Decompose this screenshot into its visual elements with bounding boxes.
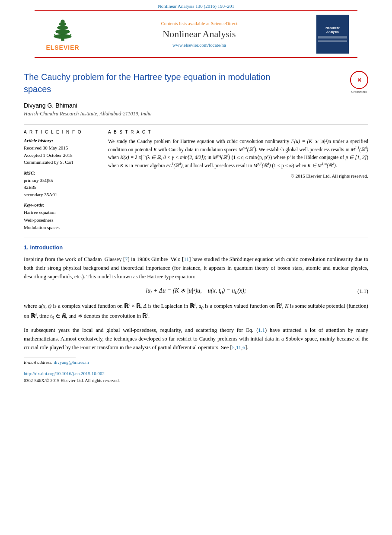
- cover-title-text: NonlinearAnalysis: [325, 26, 339, 34]
- msc-secondary2: secondary 35A01: [24, 191, 99, 198]
- equation-1-1-content: iut + Δu = (K ∗ |u|²)u, u(x, t0) = u0(x)…: [24, 287, 368, 296]
- equation-1-1-block: iut + Δu = (K ∗ |u|²)u, u(x, t0) = u0(x)…: [24, 287, 368, 296]
- ref-7[interactable]: 7: [125, 256, 127, 262]
- keyword-2: Well-posedness: [24, 217, 99, 224]
- sciencedirect-link[interactable]: ScienceDirect: [211, 21, 238, 26]
- abstract-copyright: © 2015 Elsevier Ltd. All rights reserved…: [108, 173, 368, 178]
- article-info-heading: A R T I C L E I N F O: [24, 130, 99, 134]
- contents-label: Contents lists available at: [161, 21, 210, 26]
- communicated-by: Communicated by S. Carl: [24, 159, 99, 166]
- equation-number-1-1: (1.1): [357, 288, 368, 295]
- paper-title: The Cauchy problem for the Hartree type …: [24, 71, 274, 95]
- abstract-col: A B S T R A C T We study the Cauchy prob…: [108, 130, 368, 232]
- intro-paragraph-3: In subsequent years the local and global…: [24, 326, 368, 352]
- ref-11b[interactable]: 11: [236, 344, 241, 350]
- section-title: Introduction: [30, 244, 63, 251]
- keyword-3: Modulation spaces: [24, 224, 99, 232]
- journal-center-info: Contents lists available at ScienceDirec…: [86, 21, 312, 48]
- svg-point-3: [57, 25, 68, 29]
- ref-6[interactable]: 6: [242, 344, 245, 350]
- svg-point-1: [54, 34, 72, 39]
- equation-lhs: iut + Δu = (K ∗ |u|²)u, u(x, t0) = u0(x)…: [146, 287, 246, 294]
- author-affiliation: Harish-Chandra Research Institute, Allah…: [24, 111, 368, 117]
- intro-paragraph-1: Inspiring from the work of Chadam–Glasse…: [24, 255, 368, 281]
- section-1-heading: 1. Introduction: [24, 244, 368, 251]
- msc-primary: primary 35Q55: [24, 177, 99, 184]
- issn-copyright: 0362-546X/© 2015 Elsevier Ltd. All right…: [24, 378, 120, 383]
- article-info-abstract: A R T I C L E I N F O Article history: R…: [24, 124, 368, 232]
- history-label: Article history:: [24, 138, 99, 143]
- journal-citation-bar: Nonlinear Analysis 130 (2016) 190–201: [0, 0, 392, 10]
- keyword-1: Hartree equation: [24, 209, 99, 217]
- msc-label: MSC:: [24, 170, 99, 175]
- received-date: Received 30 May 2015: [24, 144, 99, 152]
- page-wrapper: Nonlinear Analysis 130 (2016) 190–201: [0, 0, 392, 535]
- email-address[interactable]: divyang@hri.res.in: [54, 360, 89, 365]
- accepted-date: Accepted 1 October 2015: [24, 152, 99, 159]
- journal-website[interactable]: www.elsevier.com/locate/na: [86, 42, 312, 48]
- sciencedirect-line: Contents lists available at ScienceDirec…: [86, 21, 312, 26]
- svg-point-5: [61, 20, 64, 23]
- elsevier-tree-icon: [45, 17, 80, 43]
- section-number: 1.: [24, 244, 29, 251]
- doi-link[interactable]: http://dx.doi.org/10.1016/j.na.2015.10.0…: [24, 371, 368, 376]
- keywords-label: Keywords:: [24, 202, 99, 207]
- svg-point-6: [54, 34, 56, 36]
- footnote-divider: [24, 357, 76, 357]
- bottom-links: http://dx.doi.org/10.1016/j.na.2015.10.0…: [24, 371, 368, 383]
- email-label: E-mail address:: [24, 360, 53, 365]
- main-content: The Cauchy problem for the Hartree type …: [0, 58, 392, 392]
- ref-eq-1-1[interactable]: 1.1: [258, 327, 265, 333]
- author-name: Divyang G. Bhimani: [24, 102, 368, 109]
- msc-secondary1: 42B35: [24, 184, 99, 191]
- abstract-text: We study the Cauchy problem for Hartree …: [108, 138, 368, 170]
- ref-11[interactable]: 11: [184, 256, 189, 262]
- elsevier-logo: ELSEVIER: [43, 17, 82, 51]
- journal-header: ELSEVIER Contents lists available at Sci…: [35, 10, 357, 58]
- journal-cover-image: NonlinearAnalysis: [316, 15, 349, 54]
- footnote-email: E-mail address: divyang@hri.res.in: [24, 360, 368, 365]
- article-info-col: A R T I C L E I N F O Article history: R…: [24, 130, 99, 232]
- section-divider-1: [24, 238, 368, 238]
- abstract-heading: A B S T R A C T: [108, 130, 368, 134]
- journal-citation-text: Nonlinear Analysis 130 (2016) 190–201: [158, 3, 234, 9]
- journal-title: Nonlinear Analysis: [86, 29, 312, 40]
- ref-5[interactable]: 5: [232, 344, 235, 350]
- svg-point-7: [70, 34, 72, 36]
- elsevier-brand-text: ELSEVIER: [46, 44, 79, 51]
- intro-paragraph-2: where u(x, t) is a complex valued functi…: [24, 302, 368, 322]
- svg-point-2: [55, 29, 70, 34]
- crossmark-badge: ✕ CrossMark: [350, 71, 368, 94]
